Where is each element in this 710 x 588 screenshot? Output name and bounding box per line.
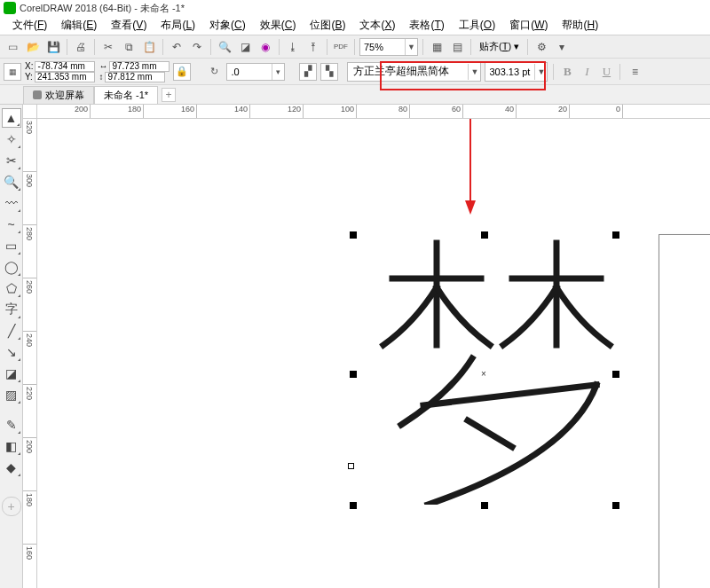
lock-ratio-icon[interactable]: 🔒 [173,63,191,81]
sel-handle-e[interactable] [612,371,619,378]
horizontal-ruler[interactable]: 200 180 160 140 120 100 80 60 40 20 0 [37,105,710,119]
menu-view[interactable]: 查看(V) [104,16,154,35]
width-icon: ↔ [99,61,107,72]
undo-icon[interactable]: ↶ [168,38,185,56]
separator [327,39,327,55]
freehand-tool-icon[interactable]: 〰 [2,193,21,213]
zoom-input[interactable] [360,42,405,52]
new-icon[interactable]: ▭ [4,38,21,56]
sel-handle-w[interactable] [350,371,357,378]
crop-tool-icon[interactable]: ✂ [2,151,21,170]
dropdown-icon[interactable]: ▼ [405,39,417,55]
mirror-v-icon[interactable]: ▚ [320,63,338,81]
sel-handle-ne[interactable] [612,231,619,239]
x-input[interactable] [35,61,95,72]
ruler-corner[interactable] [23,105,37,119]
menu-table[interactable]: 表格(T) [402,16,451,35]
separator [470,39,471,55]
font-size-input[interactable] [485,67,534,77]
font-combo[interactable]: ▼ [347,62,481,82]
menu-window[interactable]: 窗口(W) [502,16,555,35]
transparency-tool-icon[interactable]: ▨ [2,385,21,404]
sel-handle-n[interactable] [481,231,488,239]
dropdown-icon[interactable]: ▼ [468,64,480,80]
pick-tool-icon[interactable]: ▲ [2,108,21,128]
tab-doc1[interactable]: 未命名 -1* [94,86,158,104]
snap-button[interactable]: 贴齐(T) ▾ [476,40,523,53]
polygon-tool-icon[interactable]: ⬠ [2,278,21,298]
menu-tools[interactable]: 工具(O) [452,16,502,35]
rotation-field[interactable]: ▾ [226,63,285,81]
height-input[interactable] [105,72,165,82]
pdf-icon[interactable]: PDF [332,38,350,56]
width-input[interactable] [109,61,170,72]
tool-icon[interactable]: ◪ [236,38,254,56]
document-tabs: 欢迎屏幕 未命名 -1* + [0,85,710,105]
text-baseline-handle[interactable] [348,463,354,469]
outline-tool-icon[interactable]: ◆ [2,458,21,477]
connector-tool-icon[interactable]: ↘ [2,342,21,362]
y-input[interactable] [35,72,95,82]
mirror-h-icon[interactable]: ▞ [299,63,317,81]
save-icon[interactable]: 💾 [44,38,62,56]
tab-add-button[interactable]: + [162,88,176,102]
zoom-combo[interactable]: ▼ [359,38,418,56]
menu-file[interactable]: 文件(F) [5,16,54,35]
menu-object[interactable]: 对象(C) [202,16,253,35]
sel-handle-sw[interactable] [350,502,357,509]
underline-button[interactable]: U [598,63,614,81]
sel-handle-s[interactable] [481,502,488,509]
rotation-input[interactable] [227,67,272,77]
menu-effects[interactable]: 效果(C) [253,16,304,35]
origin-grid-icon[interactable]: ▦ [4,63,21,81]
cut-icon[interactable]: ✂ [99,38,117,56]
bold-button[interactable]: B [559,63,575,81]
rectangle-tool-icon[interactable]: ▭ [2,236,21,255]
ruler-icon[interactable]: ▤ [448,38,466,56]
app-logo-icon [4,2,16,14]
import-icon[interactable]: ⭳ [284,38,302,56]
stepper-icon[interactable]: ▾ [272,64,284,80]
menu-help[interactable]: 帮助(H) [555,16,605,35]
copy-icon[interactable]: ⧉ [120,38,138,56]
drop-shadow-tool-icon[interactable]: ◪ [2,364,21,383]
text-tool-icon[interactable]: 字 [2,300,21,319]
sel-handle-nw[interactable] [350,231,357,239]
tab-welcome[interactable]: 欢迎屏幕 [23,86,94,104]
align-icon[interactable]: ≡ [626,63,643,81]
fill-tool-icon[interactable]: ◧ [2,436,21,456]
grid-icon[interactable]: ▦ [428,38,446,56]
record-icon[interactable]: ◉ [256,38,274,56]
vertical-ruler[interactable]: 320 300 280 260 240 220 200 180 160 [23,119,37,588]
separator [162,39,163,55]
menu-bitmap[interactable]: 位图(B) [303,16,352,35]
text-object[interactable] [366,239,627,505]
print-icon[interactable]: 🖨 [72,38,90,56]
artistic-tool-icon[interactable]: ~ [2,215,21,234]
italic-button[interactable]: I [579,63,595,81]
settings-icon[interactable]: ⚙ [532,38,550,56]
redo-icon[interactable]: ↷ [188,38,206,56]
add-tool-icon[interactable]: + [2,497,21,516]
dimension-tool-icon[interactable]: ╱ [2,321,21,341]
shape-tool-icon[interactable]: ✧ [2,129,21,149]
standard-toolbar: ▭ 📂 💾 🖨 ✂ ⧉ 📋 ↶ ↷ 🔍 ◪ ◉ ⭳ ⭱ PDF ▼ ▦ ▤ 贴齐… [0,35,710,59]
canvas[interactable]: × [37,119,710,588]
paste-icon[interactable]: 📋 [140,38,158,56]
menu-layout[interactable]: 布局(L) [154,16,202,35]
font-size-combo[interactable]: ▼ [485,62,548,82]
font-input[interactable] [348,66,468,78]
zoom-tool-icon[interactable]: 🔍 [2,172,21,192]
more-icon[interactable]: ▾ [553,38,571,56]
eyedropper-tool-icon[interactable]: ✎ [2,415,21,435]
export-icon[interactable]: ⭱ [304,38,322,56]
page [659,234,710,588]
ellipse-tool-icon[interactable]: ◯ [2,257,21,277]
sel-handle-se[interactable] [612,502,619,509]
menu-edit[interactable]: 编辑(E) [54,16,104,35]
dropdown-icon[interactable]: ▼ [534,64,547,80]
menu-text[interactable]: 文本(X) [352,16,402,35]
open-icon[interactable]: 📂 [24,38,42,56]
canvas-area[interactable]: 200 180 160 140 120 100 80 60 40 20 0 32… [23,105,710,588]
search-icon[interactable]: 🔍 [216,38,233,56]
